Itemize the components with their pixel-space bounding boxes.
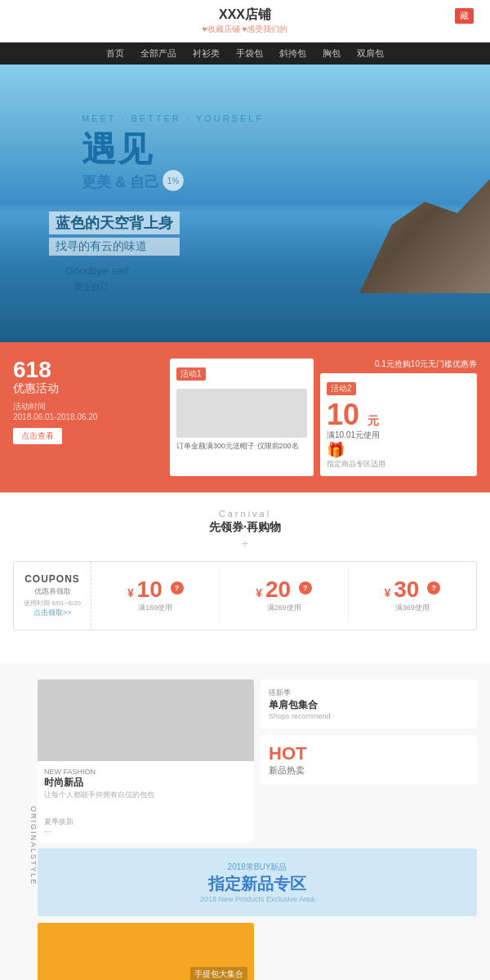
divider-1 [0, 647, 490, 663]
product-banner-title: 指定新品专区 [51, 873, 464, 895]
product-hot-label: HOT [269, 743, 469, 764]
main-nav: 首页 全部产品 衬衫类 手袋包 斜挎包 胸包 双肩包 [0, 42, 490, 65]
promo-card1-img [176, 389, 307, 438]
shop-heart: ♥收藏店铺 ♥感受我们的 [0, 24, 490, 35]
promo-date: 2018.06.01-2018.06.20 [13, 412, 160, 421]
hero-script: Goodbye self [65, 265, 128, 277]
promo-card2-tag: 活动2 [327, 382, 356, 395]
product-card1-img [38, 679, 254, 761]
product-side-text: ORIGINALSTYLE [13, 806, 38, 886]
hero-love: 爱上自己 [74, 281, 109, 293]
nav-handbags[interactable]: 手袋包 [228, 42, 271, 65]
hero-en-text: MEET · BETTER · YOURSELF [82, 114, 264, 123]
coupon-header-en: Carnival [13, 509, 477, 519]
coupon-label-date: 使用时期 6/01~6/20 [24, 599, 81, 608]
hero-badge: 1% [162, 169, 185, 192]
coupon-circle-2: ? [299, 581, 312, 595]
coupon-usage-2: 满269使用 [226, 603, 341, 613]
product-card1-tag: NEW FASHION [44, 768, 247, 776]
fav-button[interactable]: 藏 [455, 8, 474, 24]
coupon-label-zh: 优惠券领取 [24, 586, 81, 597]
coupon-amount-3: ¥ 30 ? [355, 578, 470, 601]
promo-right: 0.1元抢购10元无门槛优惠券 活动2 10 元 满10.01元使用 🎁 指定商… [320, 359, 477, 476]
coupon-circle-1: ? [171, 581, 184, 595]
promo-card-2: 活动2 10 元 满10.01元使用 🎁 指定商品专区适用 [320, 373, 477, 476]
product-card1-season: 夏季换新 [44, 817, 247, 827]
coupon-plus-icon: + [13, 537, 477, 551]
hero-subtitle: 蓝色的天空背上身 找寻的有云的味道 [49, 212, 180, 256]
coupon-item-1[interactable]: ¥ 10 ? 满169使用 [91, 568, 220, 623]
promo-voucher-num: 10 元 [327, 400, 470, 430]
promo-voucher-usage: 指定商品专区适用 [327, 459, 470, 470]
coupon-item-2[interactable]: ¥ 20 ? 满269使用 [220, 568, 348, 623]
shop-title: XXX店铺 [0, 7, 490, 24]
product-yellow-card[interactable]: 手提包大集合 [38, 923, 254, 980]
nav-all-products[interactable]: 全部产品 [132, 42, 185, 65]
coupon-usage-1: 满169使用 [98, 603, 212, 613]
hero-line1: 蓝色的天空背上身 [49, 212, 180, 234]
coupon-row: COUPONS 优惠券领取 使用时期 6/01~6/20 点击领取>> ¥ 10… [13, 561, 477, 630]
promo-card-1: 活动1 订单金额满300元送帽子 仅限前200名 [170, 359, 314, 476]
product-card1-info: NEW FASHION 时尚新品 让每个人都能手持拥有自信的包包 夏季换新 ··… [38, 761, 254, 842]
hero-line2: 找寻的有云的味道 [49, 238, 180, 256]
promo-left: 618 优惠活动 活动时间 2018.06.01-2018.06.20 点击查看 [13, 359, 160, 476]
product-card1-dots: ··· [44, 827, 247, 835]
hero-zh-text: 遇见 [82, 127, 264, 172]
product-section: ORIGINALSTYLE NEW FASHION 时尚新品 让每个人都能手持拥… [0, 663, 490, 980]
coupon-header: Carnival 先领券·再购物 + [13, 509, 477, 551]
product-card-1[interactable]: NEW FASHION 时尚新品 让每个人都能手持拥有自信的包包 夏季换新 ··… [38, 679, 254, 842]
coupon-circle-3: ? [427, 581, 440, 595]
page-header: XXX店铺 ♥收藏店铺 ♥感受我们的 藏 [0, 0, 490, 42]
coupon-item-3[interactable]: ¥ 30 ? 满369使用 [349, 568, 476, 623]
nav-backpack[interactable]: 双肩包 [349, 42, 392, 65]
product-hot-sub: 新品热卖 [269, 764, 469, 777]
nav-home[interactable]: 首页 [98, 42, 132, 65]
coupon-items: ¥ 10 ? 满169使用 ¥ 20 ? 满269使用 ¥ 30 ? [91, 568, 476, 623]
promo-number: 618 [13, 359, 160, 381]
product-side: ORIGINALSTYLE [13, 679, 38, 980]
product-banner-sub: 2018 New Products Exclusive Area [51, 895, 464, 903]
promo-right-info: 0.1元抢购10元无门槛优惠券 [320, 359, 477, 370]
product-card1-title: 时尚新品 [44, 776, 247, 790]
product-card1-desc: 让每个人都能手持拥有自信的包包 [44, 790, 247, 800]
coupon-usage-3: 满369使用 [355, 603, 470, 613]
product-banner-year: 2018常BUY新品 [51, 862, 464, 873]
promo-btn[interactable]: 点击查看 [13, 428, 62, 444]
promo-title: 优惠活动 [13, 381, 160, 396]
coupon-header-zh: 先领券·再购物 [13, 520, 477, 535]
nav-shirts[interactable]: 衬衫类 [185, 42, 228, 65]
promo-section: 618 优惠活动 活动时间 2018.06.01-2018.06.20 点击查看… [0, 342, 490, 492]
promo-voucher-icon: 🎁 [327, 441, 470, 459]
promo-card1-desc: 订单金额满300元送帽子 仅限前200名 [176, 441, 307, 452]
product-banner[interactable]: 2018常BUY新品 指定新品专区 2018 New Products Excl… [38, 849, 477, 916]
product-yellow-label: 手提包大集合 [190, 967, 247, 980]
coupon-section: Carnival 先领券·再购物 + COUPONS 优惠券领取 使用时期 6/… [0, 492, 490, 647]
product-card-2[interactable]: 搭新季 单肩包集合 Shops recommend [261, 679, 477, 728]
coupon-label-en: COUPONS [24, 573, 81, 585]
promo-cards: 活动1 订单金额满300元送帽子 仅限前200名 0.1元抢购10元无门槛优惠券… [170, 359, 477, 476]
coupon-amount-2: ¥ 20 ? [226, 578, 341, 601]
product-card2-title: 单肩包集合 [269, 698, 469, 712]
product-hot-card: HOT 新品热卖 [261, 735, 477, 785]
promo-card1-tag: 活动1 [176, 368, 206, 381]
nav-crossbody[interactable]: 斜挎包 [271, 42, 314, 65]
promo-date-label: 活动时间 [13, 401, 160, 412]
promo-voucher-use: 满10.01元使用 [327, 430, 470, 441]
hero-banner: 1% MEET · BETTER · YOURSELF 遇见 更美 & 自己 蓝… [0, 65, 490, 342]
coupon-claim-link[interactable]: 点击领取>> [24, 608, 81, 618]
product-card2-tag: 搭新季 [269, 688, 469, 698]
product-card2-desc: Shops recommend [269, 712, 469, 720]
nav-chest-bag[interactable]: 胸包 [314, 42, 349, 65]
coupon-amount-1: ¥ 10 ? [98, 578, 212, 601]
hero-meet-text: 1% MEET · BETTER · YOURSELF 遇见 更美 & 自己 [82, 114, 264, 192]
coupon-label-box: COUPONS 优惠券领取 使用时期 6/01~6/20 点击领取>> [14, 562, 91, 630]
